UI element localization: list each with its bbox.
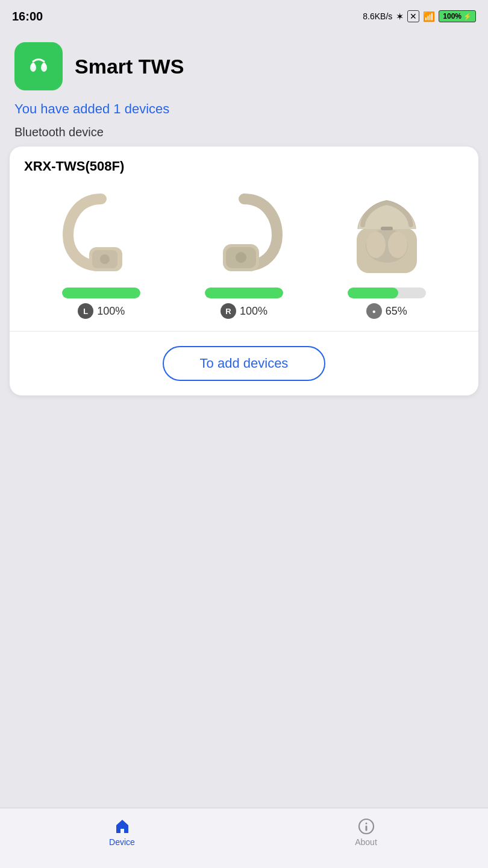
add-devices-button[interactable]: To add devices — [163, 346, 326, 381]
app-icon — [14, 42, 63, 90]
right-battery-text: 100% — [240, 305, 267, 318]
left-earbud-item: L 100% — [30, 184, 173, 319]
case-image — [339, 184, 435, 280]
svg-rect-18 — [365, 825, 367, 831]
svg-point-2 — [31, 63, 35, 68]
svg-point-14 — [388, 231, 407, 258]
battery-icon: 100% ⚡ — [439, 10, 476, 22]
right-earbud-item: R 100% — [173, 184, 316, 319]
right-earbud-image — [196, 184, 292, 280]
device-name: XRX-TWS(508F) — [24, 159, 464, 174]
left-earbud-image — [53, 184, 149, 280]
tab-about[interactable]: About — [244, 808, 488, 856]
case-battery-bar — [348, 288, 426, 298]
svg-rect-15 — [381, 227, 393, 230]
network-speed: 8.6KB/s — [363, 11, 392, 21]
info-icon — [358, 818, 375, 835]
right-battery-bar — [205, 288, 283, 298]
status-bar: 16:00 8.6KB/s ✶ ✕ 📶 100% ⚡ — [0, 0, 488, 30]
left-battery-text: 100% — [97, 305, 125, 318]
device-tab-label: Device — [109, 837, 135, 847]
about-tab-label: About — [355, 837, 377, 847]
close-icon: ✕ — [407, 10, 419, 22]
wifi-icon: 📶 — [423, 11, 435, 22]
svg-point-7 — [100, 254, 110, 264]
case-badge: ● — [366, 303, 382, 319]
tab-device[interactable]: Device — [0, 808, 244, 856]
right-badge: R — [221, 303, 236, 319]
main-content — [0, 405, 488, 808]
home-icon — [114, 818, 131, 835]
bluetooth-icon: ✶ — [396, 11, 404, 22]
left-badge: L — [78, 303, 93, 319]
left-battery-fill — [62, 288, 140, 298]
right-battery-fill — [205, 288, 283, 298]
svg-point-10 — [236, 252, 246, 263]
tab-bar: Device About — [0, 808, 488, 868]
svg-point-4 — [42, 63, 46, 68]
device-card: XRX-TWS(508F) — [10, 146, 478, 395]
svg-point-13 — [366, 231, 386, 258]
bluetooth-section-label: Bluetooth device — [0, 119, 488, 143]
app-logo-icon — [23, 51, 54, 81]
earbuds-row: L 100% — [24, 184, 464, 325]
device-card-top: XRX-TWS(508F) — [10, 146, 478, 331]
svg-rect-0 — [27, 54, 51, 78]
case-battery-fill — [348, 288, 399, 298]
status-time: 16:00 — [12, 10, 43, 24]
app-title: Smart TWS — [75, 55, 184, 78]
left-battery-label: L 100% — [78, 303, 125, 319]
svg-point-17 — [365, 822, 367, 824]
app-header: Smart TWS — [0, 30, 488, 96]
left-battery-bar — [62, 288, 140, 298]
devices-count-label: You have added 1 devices — [0, 96, 488, 119]
case-item: ● 65% — [315, 184, 458, 319]
status-right: 8.6KB/s ✶ ✕ 📶 100% ⚡ — [363, 10, 476, 22]
case-battery-label: ● 65% — [366, 303, 407, 319]
case-battery-text: 65% — [386, 305, 407, 318]
right-battery-label: R 100% — [221, 303, 267, 319]
card-bottom: To add devices — [10, 332, 478, 395]
